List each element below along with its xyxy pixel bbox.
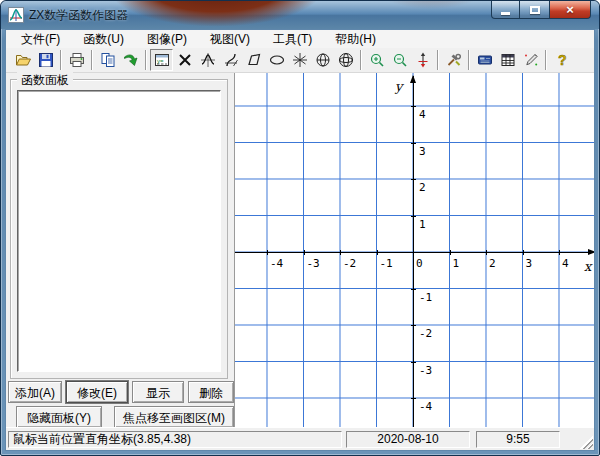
y-tick-mark (411, 289, 416, 290)
move-origin-button[interactable] (411, 49, 434, 71)
y-tick-mark (411, 143, 416, 144)
svg-text:y=: y= (157, 58, 164, 64)
sphere-button[interactable] (311, 49, 334, 71)
save-button[interactable] (34, 49, 57, 71)
zoom-out-icon (392, 52, 408, 68)
open-icon (15, 52, 31, 68)
function-panel: 函数面板 添加(A) 修改(E) 显示(S) 删除(D) 隐藏面板(Y) 焦点移… (6, 73, 234, 427)
help-icon: ? (554, 52, 570, 68)
x-tick-label: 3 (526, 257, 533, 270)
show-button[interactable]: 显示(S) (132, 381, 184, 403)
hide-panel-button[interactable]: 隐藏面板(Y) (16, 406, 102, 428)
polar-plot-icon (292, 52, 308, 68)
resize-grip[interactable] (580, 436, 593, 449)
toolbar-separator (60, 50, 62, 70)
y-tick-mark (411, 106, 416, 107)
app-icon (8, 7, 24, 23)
maximize-button[interactable] (520, 1, 549, 19)
y-tick-label: -4 (419, 400, 432, 413)
y-tick-label: -2 (419, 327, 432, 340)
function-panel-title: 函数面板 (17, 72, 73, 89)
zoom-in-button[interactable] (365, 49, 388, 71)
x-tick-label: 0 (416, 257, 423, 270)
x-tick-label: -2 (343, 257, 356, 270)
menu-image[interactable]: 图像(P) (140, 30, 194, 49)
title-bar[interactable]: ZX数学函数作图器 × (1, 1, 599, 29)
y-tick-label: 1 (419, 218, 426, 231)
menu-tools[interactable]: 工具(T) (266, 30, 319, 49)
x-tick-mark (486, 250, 487, 255)
export-button[interactable] (119, 49, 142, 71)
calculator-icon (477, 52, 493, 68)
menu-help[interactable]: 帮助(H) (328, 30, 383, 49)
toolbar-separator (437, 50, 439, 70)
status-bar: 鼠标当前位置直角坐标(3.85,4.38) 2020-08-10 9:55 (6, 427, 594, 450)
menu-view[interactable]: 视图(V) (203, 30, 257, 49)
plot-function-button[interactable] (196, 49, 219, 71)
toolbar: y= ? (6, 48, 594, 73)
globe-button[interactable] (334, 49, 357, 71)
y-tick-label: -1 (419, 291, 432, 304)
print-button[interactable] (65, 49, 88, 71)
window-title: ZX数学函数作图器 (29, 7, 128, 24)
client-area: 文件(F) 函数(U) 图像(P) 视图(V) 工具(T) 帮助(H) y= (5, 29, 595, 451)
function-list[interactable] (17, 90, 221, 372)
close-icon: × (566, 2, 574, 18)
polygon-button[interactable] (242, 49, 265, 71)
toolbar-separator (91, 50, 93, 70)
open-button[interactable] (11, 49, 34, 71)
polar-plot-button[interactable] (288, 49, 311, 71)
plot-area[interactable]: x y -4-3-2-101234-4-3-2-11234 (234, 73, 594, 427)
x-tick-label: 4 (562, 257, 569, 270)
copy-button[interactable] (96, 49, 119, 71)
delete-function-button[interactable] (173, 49, 196, 71)
y-tick-mark (411, 325, 416, 326)
modify-button[interactable]: 修改(E) (66, 381, 128, 403)
add-button[interactable]: 添加(A) (8, 381, 62, 403)
tools-button[interactable] (442, 49, 465, 71)
y-tick-label: 3 (419, 145, 426, 158)
window-controls: × (491, 1, 591, 19)
y-axis-arrow-icon (410, 73, 416, 83)
x-tick-mark (304, 250, 305, 255)
zoom-out-button[interactable] (388, 49, 411, 71)
x-tick-mark (559, 250, 560, 255)
globe-icon (338, 52, 354, 68)
plot-function-icon (200, 52, 216, 68)
delete-function-icon (177, 52, 193, 68)
help-button[interactable]: ? (550, 49, 573, 71)
minimize-button[interactable] (491, 1, 520, 19)
plot-parametric-button[interactable] (219, 49, 242, 71)
y-axis-label: y (395, 79, 402, 94)
close-button[interactable]: × (549, 1, 591, 19)
tools-icon (446, 52, 462, 68)
x-axis-arrow-icon (588, 249, 594, 255)
toolbar-separator (145, 50, 147, 70)
x-axis (235, 252, 592, 253)
status-mouse-position: 鼠标当前位置直角坐标(3.85,4.38) (8, 431, 342, 448)
y-tick-label: 4 (419, 108, 426, 121)
function-panel-toggle-button[interactable]: y= (150, 49, 173, 71)
ellipse-button[interactable] (265, 49, 288, 71)
focus-canvas-button[interactable]: 焦点移至画图区(M) (114, 406, 234, 428)
data-table-button[interactable] (496, 49, 519, 71)
x-tick-mark (377, 250, 378, 255)
main-area: 函数面板 添加(A) 修改(E) 显示(S) 删除(D) 隐藏面板(Y) 焦点移… (6, 73, 594, 427)
calculator-button[interactable] (473, 49, 496, 71)
x-tick-label: -1 (380, 257, 393, 270)
x-tick-label: -4 (270, 257, 283, 270)
menu-file[interactable]: 文件(F) (14, 30, 67, 49)
effects-pen-button[interactable] (519, 49, 542, 71)
x-tick-label: 2 (489, 257, 496, 270)
x-tick-label: 1 (453, 257, 460, 270)
status-date: 2020-08-10 (346, 431, 470, 448)
menu-bar: 文件(F) 函数(U) 图像(P) 视图(V) 工具(T) 帮助(H) (6, 30, 594, 48)
menu-function[interactable]: 函数(U) (76, 30, 131, 49)
sphere-icon (315, 52, 331, 68)
x-tick-mark (523, 250, 524, 255)
save-icon (38, 52, 54, 68)
delete-button[interactable]: 删除(D) (188, 381, 234, 403)
svg-text:?: ? (558, 52, 567, 68)
effects-pen-icon (523, 52, 539, 68)
copy-icon (100, 52, 116, 68)
